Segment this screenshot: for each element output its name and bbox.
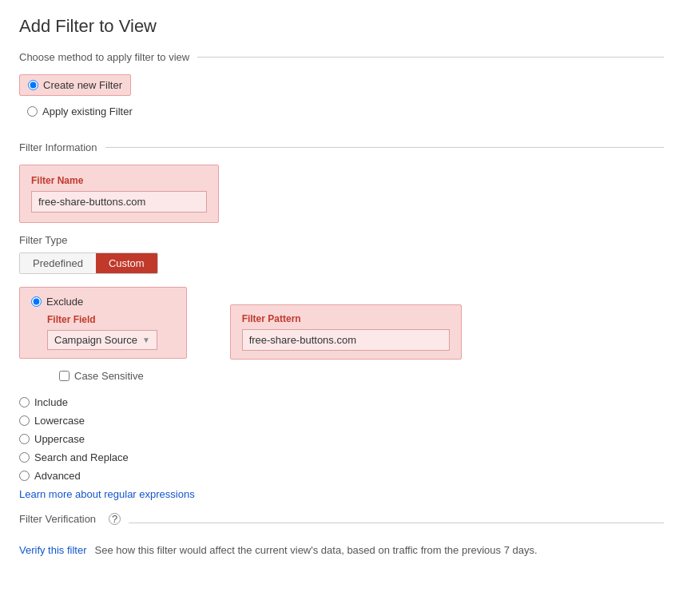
filter-verification-section: Filter Verification ? Verify this filter… [19,513,664,556]
learn-more-link[interactable]: Learn more about regular expressions [19,488,664,500]
uppercase-radio[interactable] [19,434,30,444]
filter-type-label: Filter Type [19,234,664,246]
choose-method-section: Choose method to apply filter to view [19,51,664,63]
filter-pattern-box: Filter Pattern [230,304,462,360]
filter-pattern-input[interactable] [242,329,450,351]
campaign-source-label: Campaign Source [54,334,137,346]
lowercase-radio[interactable] [19,415,30,426]
verify-filter-link[interactable]: Verify this filter [19,544,87,556]
verify-row: Verify this filter See how this filter w… [19,544,664,556]
filter-pattern-label: Filter Pattern [242,313,450,324]
advanced-label[interactable]: Advanced [34,470,81,482]
tab-custom[interactable]: Custom [96,253,157,273]
create-new-filter-option[interactable]: Create new Filter [19,74,131,96]
include-label[interactable]: Include [34,396,68,408]
filter-info-section: Filter Information [19,141,664,153]
search-replace-radio[interactable] [19,452,30,463]
search-replace-option[interactable]: Search and Replace [19,451,664,463]
filter-method-options: Create new Filter Apply existing Filter [19,74,664,125]
exclude-box: Exclude Filter Field Campaign Source ▼ [19,287,187,359]
filter-name-label: Filter Name [31,175,207,186]
apply-existing-filter-label[interactable]: Apply existing Filter [42,105,133,117]
apply-existing-filter-option[interactable]: Apply existing Filter [19,102,141,121]
divider [197,57,664,58]
lowercase-label[interactable]: Lowercase [34,415,85,427]
tab-predefined[interactable]: Predefined [20,253,96,273]
exclude-label[interactable]: Exclude [46,296,83,308]
filter-info-divider [105,147,664,148]
search-replace-label[interactable]: Search and Replace [34,451,129,463]
filter-type-tabs: Predefined Custom [19,252,158,274]
verify-description: See how this filter would affect the cur… [95,544,538,556]
include-radio[interactable] [19,397,30,407]
uppercase-label[interactable]: Uppercase [34,433,85,445]
exclude-radio-row[interactable]: Exclude [31,296,175,308]
dropdown-arrow-icon: ▼ [142,336,150,344]
apply-existing-filter-radio[interactable] [27,106,38,117]
create-new-filter-label[interactable]: Create new Filter [43,79,122,91]
case-sensitive-label[interactable]: Case Sensitive [74,370,144,382]
campaign-source-dropdown[interactable]: Campaign Source ▼ [47,330,157,350]
uppercase-option[interactable]: Uppercase [19,433,664,445]
filter-type-radio-options: Include Lowercase Uppercase Search and R… [19,396,664,482]
filter-name-box: Filter Name [19,165,219,223]
lowercase-option[interactable]: Lowercase [19,415,664,427]
advanced-option[interactable]: Advanced [19,470,664,482]
advanced-radio[interactable] [19,471,30,481]
filter-info-label: Filter Information [19,141,97,153]
exclude-radio[interactable] [31,296,42,307]
create-new-filter-radio[interactable] [28,80,38,90]
case-sensitive-checkbox[interactable] [59,371,69,381]
case-sensitive-row[interactable]: Case Sensitive [59,370,664,382]
filter-field-label: Filter Field [47,314,175,325]
filter-type-section: Filter Type Predefined Custom [19,234,664,274]
filter-verification-divider: Filter Verification ? [19,513,664,533]
include-option[interactable]: Include [19,396,664,408]
filter-verification-header: Filter Verification ? [19,513,129,525]
help-icon[interactable]: ? [109,513,121,525]
filter-name-input[interactable] [31,191,207,213]
verification-divider-line [129,523,664,523]
page-title: Add Filter to View [19,16,664,37]
filter-verification-label: Filter Verification [19,513,96,525]
choose-method-label: Choose method to apply filter to view [19,51,189,63]
